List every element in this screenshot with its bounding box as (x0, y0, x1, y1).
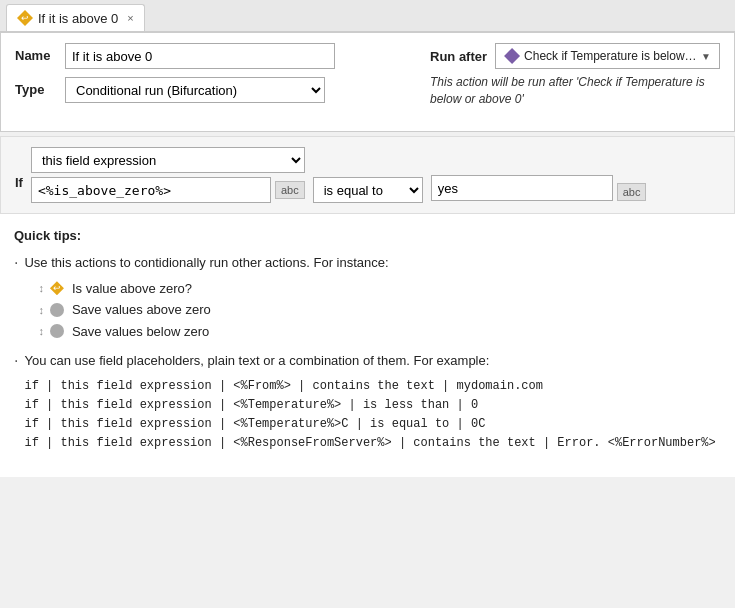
type-select[interactable]: Conditional run (Bifurcation) (65, 77, 325, 103)
run-after-note: This action will be run after 'Check if … (430, 74, 720, 108)
main-tab[interactable]: If it is above 0 × (6, 4, 145, 31)
run-after-row: Run after Check if Temperature is below … (430, 43, 720, 69)
tip-bullet-1: · (14, 253, 18, 272)
bifurcation-icon (50, 281, 64, 295)
example-row-1: ↕ Is value above zero? (38, 279, 721, 299)
condition-area: If this field expression abc is equal to… (0, 136, 735, 214)
tip-content-1: Use this actions to contidionally run ot… (24, 253, 721, 341)
name-label: Name (15, 43, 55, 63)
code-line-3: if | this field expression | <%Temperatu… (24, 415, 721, 434)
type-label: Type (15, 77, 55, 97)
value-abc-badge: abc (617, 183, 647, 201)
tab-icon (17, 10, 33, 26)
tips-area: Quick tips: · Use this actions to contid… (0, 214, 735, 477)
condition-op-select[interactable]: is equal to (313, 177, 423, 203)
arrow-icon-3: ↕ (38, 325, 44, 337)
tab-bar: If it is above 0 × (0, 0, 735, 32)
run-after-label: Run after (430, 49, 487, 64)
condition-row: If this field expression abc is equal to… (15, 147, 720, 203)
header-row: Name Type Conditional run (Bifurcation) … (15, 43, 720, 111)
type-row: Type Conditional run (Bifurcation) (15, 77, 430, 103)
example-block-1: ↕ Is value above zero? ↕ Save values abo… (38, 279, 721, 342)
condition-value-row: abc (431, 175, 647, 201)
run-after-value: Check if Temperature is below or (524, 49, 697, 63)
code-block: if | this field expression | <%From%> | … (24, 377, 721, 454)
right-section: Run after Check if Temperature is below … (430, 43, 720, 108)
arrow-icon-1: ↕ (38, 282, 44, 294)
code-line-2: if | this field expression | <%Temperatu… (24, 396, 721, 415)
left-form: Name Type Conditional run (Bifurcation) (15, 43, 430, 111)
tip-bullet-2: · (14, 351, 18, 370)
tab-label: If it is above 0 (38, 11, 118, 26)
condition-value-input[interactable] (431, 175, 613, 201)
condition-fields: this field expression abc (31, 147, 305, 203)
field-expr-input-row: abc (31, 177, 305, 203)
example-text-2: Save values above zero (72, 300, 721, 320)
code-line-1: if | this field expression | <%From%> | … (24, 377, 721, 396)
run-after-select[interactable]: Check if Temperature is below or ▼ (495, 43, 720, 69)
field-expr-select[interactable]: this field expression (31, 147, 305, 173)
close-icon[interactable]: × (127, 12, 133, 24)
tip-item-1: · Use this actions to contidionally run … (14, 253, 721, 341)
name-input[interactable] (65, 43, 335, 69)
run-after-chevron: ▼ (701, 51, 711, 62)
run-after-icon (504, 48, 520, 64)
field-expr-input[interactable] (31, 177, 271, 203)
example-row-2: ↕ Save values above zero (38, 300, 721, 320)
tips-title: Quick tips: (14, 228, 721, 243)
tip-content-2: You can use field placeholders, plain te… (24, 351, 721, 453)
abc-badge: abc (275, 181, 305, 199)
arrow-icon-2: ↕ (38, 304, 44, 316)
name-row: Name (15, 43, 430, 69)
example-row-3: ↕ Save values below zero (38, 322, 721, 342)
example-text-3: Save values below zero (72, 322, 721, 342)
tip-text-1: Use this actions to contidionally run ot… (24, 253, 721, 273)
tip-item-2: · You can use field placeholders, plain … (14, 351, 721, 453)
code-line-4: if | this field expression | <%ResponseF… (24, 434, 721, 453)
gray-icon-2 (50, 324, 64, 338)
form-area: Name Type Conditional run (Bifurcation) … (0, 32, 735, 132)
example-text-1: Is value above zero? (72, 279, 721, 299)
condition-if-label: If (15, 147, 23, 190)
tip-text-2: You can use field placeholders, plain te… (24, 351, 721, 371)
gray-icon-1 (50, 303, 64, 317)
